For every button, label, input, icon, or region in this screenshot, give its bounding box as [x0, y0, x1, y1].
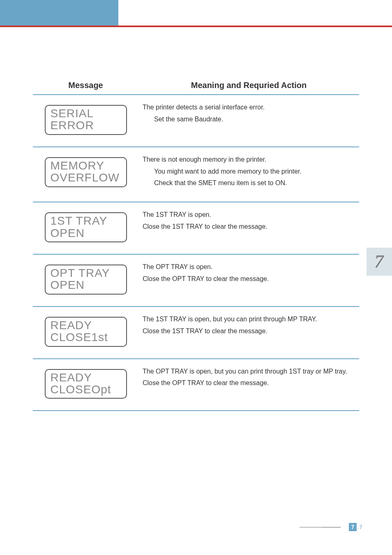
table-row: SERIAL ERROR The printer detects a seria…	[33, 95, 359, 147]
meaning-sub: Check that the SMET menu item is set to …	[143, 178, 355, 188]
meaning-text: The printer detects a serial interface e…	[143, 102, 355, 113]
lcd-line-1: READY	[51, 319, 121, 331]
col-header-message: Message	[33, 77, 138, 95]
meaning-text: The 1ST TRAY is open, but you can print …	[143, 314, 355, 325]
meaning-text: There is not enough memory in the printe…	[143, 155, 355, 165]
meaning-text: The OPT TRAY is open.	[143, 262, 355, 272]
table-row: 1ST TRAY OPEN The 1ST TRAY is open. Clos…	[33, 202, 359, 254]
lcd-display: READY CLOSEOpt	[45, 369, 127, 399]
table-row: OPT TRAY OPEN The OPT TRAY is open. Clos…	[33, 254, 359, 307]
lcd-display: 1ST TRAY OPEN	[45, 212, 127, 242]
meaning-text: Close the 1ST TRAY to clear the message.	[143, 222, 355, 232]
header-bar	[0, 0, 392, 26]
table-row: MEMORY OVERFLOW There is not enough memo…	[33, 147, 359, 202]
lcd-line-2: CLOSEOpt	[51, 383, 121, 395]
lcd-line-2: OVERFLOW	[51, 172, 121, 183]
meaning-text: Close the OPT TRAY to clear the message.	[143, 274, 355, 284]
footer-line	[300, 527, 341, 527]
meaning-text: Close the 1ST TRAY to clear the message.	[143, 326, 355, 337]
page-number-minor: .7	[357, 524, 362, 530]
meaning-sub: You might want to add more memory to the…	[143, 167, 355, 177]
content-area: Message Meaning and Requried Action SERI…	[0, 27, 392, 411]
lcd-line-1: MEMORY	[51, 160, 121, 172]
header-accent	[0, 0, 118, 26]
table-row: READY CLOSE1st The 1ST TRAY is open, but…	[33, 307, 359, 359]
lcd-line-2: OPEN	[51, 279, 121, 291]
lcd-line-1: SERIAL	[51, 107, 121, 119]
page-footer: 7.7	[300, 523, 362, 531]
header-spacer	[118, 0, 392, 26]
lcd-line-1: 1ST TRAY	[51, 215, 121, 227]
page-number-major: 7	[349, 523, 357, 531]
lcd-display: READY CLOSE1st	[45, 317, 127, 347]
lcd-line-2: OPEN	[51, 227, 121, 239]
lcd-line-1: OPT TRAY	[51, 267, 121, 279]
lcd-line-1: READY	[51, 372, 121, 383]
meaning-text: The OPT TRAY is open, but you can print …	[143, 367, 355, 377]
meaning-sub: Set the same Baudrate.	[143, 114, 355, 125]
lcd-display: MEMORY OVERFLOW	[45, 157, 127, 187]
meaning-text: The 1ST TRAY is open.	[143, 210, 355, 220]
chapter-number: 7	[375, 251, 384, 272]
table-row: READY CLOSEOpt The OPT TRAY is open, but…	[33, 359, 359, 411]
col-header-action: Meaning and Requried Action	[138, 77, 359, 95]
chapter-tab: 7	[367, 248, 392, 276]
lcd-display: OPT TRAY OPEN	[45, 265, 127, 295]
lcd-line-2: CLOSE1st	[51, 331, 121, 343]
messages-table: Message Meaning and Requried Action SERI…	[33, 77, 359, 411]
lcd-display: SERIAL ERROR	[45, 105, 127, 135]
lcd-line-2: ERROR	[51, 119, 121, 131]
meaning-text: Close the OPT TRAY to clear the message.	[143, 378, 355, 388]
